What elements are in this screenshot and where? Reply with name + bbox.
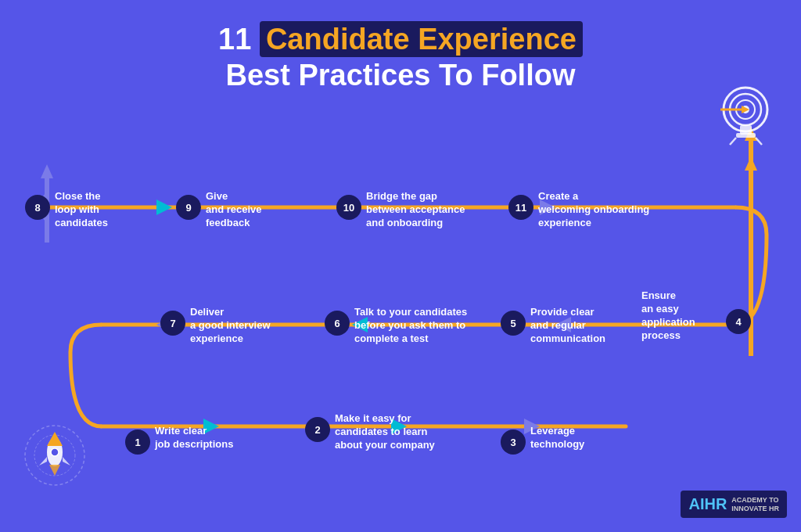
svg-point-26 xyxy=(51,448,59,456)
aihr-tagline: ACADEMY TOINNOVATE HR xyxy=(731,496,779,513)
svg-marker-10 xyxy=(156,200,172,215)
badge-5: 5 xyxy=(501,311,526,336)
svg-marker-24 xyxy=(39,457,47,466)
main-container: 11 Candidate Experience Best Practices T… xyxy=(0,0,801,532)
svg-line-36 xyxy=(756,138,762,145)
title-number: 11 xyxy=(218,23,260,56)
badge-7: 7 xyxy=(160,311,185,336)
step-1-label: Write clearjob descriptions xyxy=(155,425,249,451)
step-9-label: Giveand receivefeedback xyxy=(206,190,292,230)
badge-9: 9 xyxy=(176,195,201,220)
step-6-label: Talk to your candidatesbefore you ask th… xyxy=(354,306,476,346)
badge-2: 2 xyxy=(305,417,330,442)
badge-8: 8 xyxy=(25,195,50,220)
svg-marker-7 xyxy=(745,156,757,171)
step-11-label: Create awelcoming onboardingexperience xyxy=(538,190,656,230)
badge-1: 1 xyxy=(125,430,150,455)
step-3-label: Leveragetechnology xyxy=(530,425,616,451)
title-area: 11 Candidate Experience Best Practices T… xyxy=(0,0,801,93)
badge-4: 4 xyxy=(726,309,751,334)
svg-marker-25 xyxy=(63,457,70,466)
aihr-badge: AIHR ACADEMY TOINNOVATE HR xyxy=(681,491,787,518)
title-line2: Best Practices To Follow xyxy=(0,58,801,94)
step-4-label: Ensurean easyapplicationprocess xyxy=(641,289,720,343)
step-8-label: Close theloop withcandidates xyxy=(55,190,141,230)
step-5-label: Provide clearand regularcommunication xyxy=(530,306,624,346)
target-icon xyxy=(713,82,779,149)
svg-marker-23 xyxy=(49,465,60,476)
svg-marker-22 xyxy=(47,432,63,446)
svg-marker-5 xyxy=(41,164,53,178)
aihr-name: AIHR xyxy=(688,495,727,513)
badge-3: 3 xyxy=(501,430,526,455)
step-7-label: Delivera good interviewexperience xyxy=(190,306,284,346)
rocket-icon xyxy=(20,422,90,489)
badge-6: 6 xyxy=(325,311,350,336)
step-2-label: Make it easy forcandidates to learnabout… xyxy=(335,412,444,452)
badge-10: 10 xyxy=(336,195,361,220)
title-line1: 11 Candidate Experience xyxy=(0,22,801,58)
title-highlight: Candidate Experience xyxy=(260,21,583,57)
badge-11: 11 xyxy=(508,195,533,220)
step-10-label: Bridge the gapbetween acceptanceand onbo… xyxy=(366,190,483,230)
svg-line-35 xyxy=(730,138,736,145)
